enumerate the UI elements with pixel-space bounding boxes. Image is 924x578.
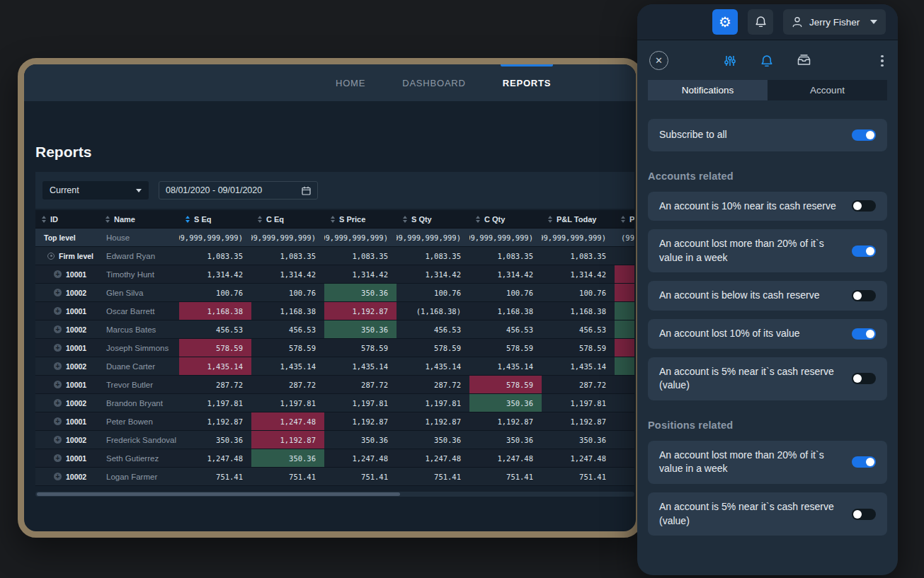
pl-cell (615, 284, 634, 301)
horizontal-scrollbar-track[interactable] (35, 492, 634, 497)
value-cell: 1,192.87 (324, 302, 397, 320)
expand-icon[interactable]: + (54, 325, 62, 333)
expand-icon[interactable]: + (54, 417, 62, 425)
subscribe-all-label: Subscribe to all (659, 128, 727, 142)
id-label: Top level (44, 233, 76, 242)
table-row[interactable]: +10001Oscar Barrett1,168.381,168.381,192… (35, 302, 634, 320)
value-cell: 1,197.81 (251, 394, 324, 412)
expand-icon[interactable]: + (54, 270, 62, 278)
table-row[interactable]: +10001Timothy Hunt1,314.421,314.421,314.… (35, 265, 634, 284)
pl-cell: (99,9 (615, 229, 634, 246)
settings-button[interactable]: ⚙ (712, 9, 738, 35)
nav-item-dashboard[interactable]: DASHBOARD (402, 64, 466, 101)
table-row[interactable]: +10002Duane Carter1,435.141,435.141,435.… (35, 357, 634, 376)
value-cell: (99,999,999,999) (542, 229, 615, 246)
horizontal-scrollbar-thumb[interactable] (37, 492, 400, 496)
id-label: 10002 (66, 436, 86, 444)
expand-icon[interactable]: + (54, 454, 62, 462)
date-range-value: 08/01/2020 - 09/01/2020 (166, 185, 262, 195)
table-row[interactable]: Firm levelEdward Ryan1,083.351,083.351,0… (35, 247, 634, 265)
id-cell: +10002 (35, 431, 99, 449)
table-row[interactable]: Top levelHouse(99,999,999,999)(99,999,99… (35, 229, 634, 247)
column-header-s-eq[interactable]: S Eq (179, 210, 251, 228)
pl-cell (615, 431, 634, 449)
notification-toggle[interactable] (852, 200, 876, 212)
table-row[interactable]: +10002Logan Farmer751.41751.41751.41751.… (35, 468, 634, 486)
table-row[interactable]: +10001Peter Bowen1,192.871,247.481,192.8… (35, 412, 634, 431)
expand-icon[interactable]: + (54, 344, 62, 352)
expand-icon[interactable]: + (54, 362, 62, 370)
id-label: 10002 (66, 289, 86, 297)
table-row[interactable]: +10002Brandon Bryant1,197.811,197.811,19… (35, 394, 634, 412)
close-icon[interactable]: ✕ (649, 51, 668, 70)
notifications-button[interactable] (748, 9, 773, 35)
value-cell: 751.41 (469, 468, 542, 485)
column-header-c-eq[interactable]: C Eq (251, 210, 324, 228)
expand-icon[interactable]: + (54, 307, 62, 315)
notification-toggle[interactable] (852, 373, 876, 384)
sort-up-arrow (258, 216, 262, 219)
date-range-picker[interactable]: 08/01/2020 - 09/01/2020 (159, 181, 318, 200)
nav-item-reports[interactable]: REPORTS (503, 64, 551, 101)
pl-cell (615, 376, 634, 393)
column-header-id[interactable]: ID (35, 210, 99, 228)
table-row[interactable]: +10001Seth Gutierrez1,247.48350.361,247.… (35, 449, 634, 468)
notification-toggle[interactable] (852, 509, 876, 520)
table-row[interactable]: +10002Glen Silva100.76100.76350.36100.76… (35, 284, 634, 302)
nav-item-home[interactable]: HOME (336, 64, 365, 101)
column-header-s-price[interactable]: S Price (324, 210, 397, 228)
id-cell: +10001 (35, 412, 99, 430)
notification-label: An account lost 10% of its value (659, 327, 799, 341)
column-header-c-qty[interactable]: C Qty (469, 210, 542, 228)
column-header-s-qty[interactable]: S Qty (397, 210, 469, 228)
name-cell: Glen Silva (99, 284, 179, 301)
sort-icon (621, 216, 625, 223)
tab-notifications[interactable]: Notifications (648, 80, 768, 100)
sort-up-arrow (403, 216, 407, 219)
mixer-icon[interactable] (721, 52, 739, 70)
column-header-p-l-today[interactable]: P&L Today (542, 210, 615, 228)
notification-toggle[interactable] (852, 245, 876, 257)
table-row[interactable]: +10001Joseph Simmons578.59578.59578.5957… (35, 339, 634, 357)
column-header-p-l[interactable]: P&L (615, 210, 634, 228)
id-cell: +10001 (35, 449, 99, 467)
expand-icon[interactable]: + (54, 381, 62, 388)
notification-toggle[interactable] (852, 328, 876, 340)
id-cell: +10002 (35, 320, 99, 338)
table-row[interactable]: +10001Trevor Butler287.72287.72287.72287… (35, 376, 634, 394)
table-row[interactable]: +10002Marcus Bates456.53456.53350.36456.… (35, 320, 634, 339)
sort-icon (42, 216, 46, 223)
toggle-knob (853, 202, 862, 210)
inbox-icon[interactable] (794, 52, 813, 70)
notification-toggle[interactable] (852, 290, 876, 301)
notification-label: An account is below its cash reserve (659, 289, 819, 303)
column-label: C Qty (484, 215, 505, 224)
notification-label: An account is 5% near it`s cash reserve … (659, 365, 840, 393)
table-row[interactable]: +10002Frederick Sandoval350.361,192.8735… (35, 431, 634, 449)
value-cell: 1,435.14 (324, 357, 397, 375)
collapse-icon[interactable] (47, 253, 55, 260)
tab-account[interactable]: Account (768, 80, 887, 100)
panel-tabs: NotificationsAccount (648, 80, 887, 100)
value-cell: 578.59 (469, 376, 542, 393)
id-cell: +10002 (35, 357, 99, 375)
value-cell: 287.72 (542, 376, 615, 393)
column-label: C Eq (266, 215, 284, 224)
expand-icon[interactable]: + (54, 399, 62, 407)
expand-icon[interactable]: + (54, 289, 62, 296)
notification-label: An account lost more than 20% of it`s va… (659, 237, 840, 265)
section-title: Accounts related (648, 170, 887, 182)
period-select[interactable]: Current (42, 181, 149, 200)
name-cell: House (99, 229, 179, 246)
panel-header-bar: ⚙ Jerry Fisher (637, 4, 898, 40)
user-menu-button[interactable]: Jerry Fisher (783, 9, 886, 35)
subscribe-all-toggle[interactable] (852, 129, 876, 141)
expand-icon[interactable]: + (54, 473, 62, 480)
kebab-menu-icon[interactable] (875, 52, 889, 70)
column-header-name[interactable]: Name (99, 210, 179, 228)
expand-icon[interactable]: + (54, 436, 62, 444)
value-cell: 350.36 (397, 431, 469, 449)
notification-toggle[interactable] (852, 456, 876, 468)
bell-icon-active[interactable] (758, 52, 776, 70)
sort-down-arrow (258, 220, 262, 223)
